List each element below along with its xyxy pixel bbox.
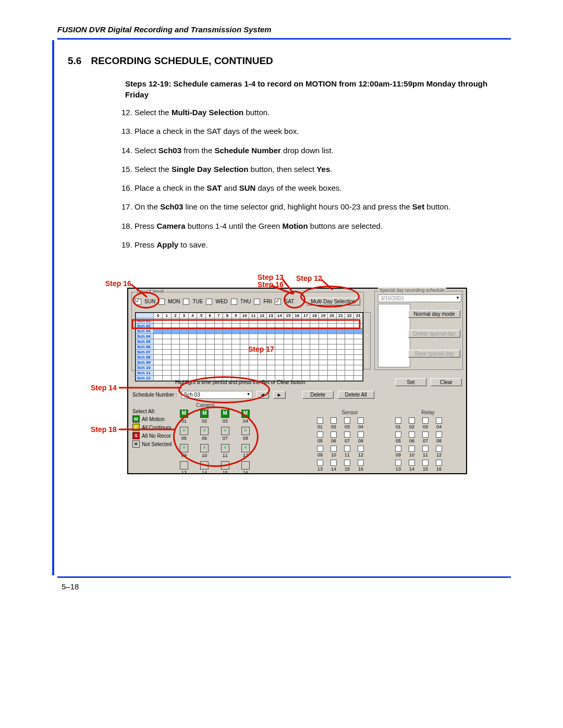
relay-grid: Relay 01020304050607080910111213141516: [394, 410, 462, 474]
sched-prev-button[interactable]: ◄: [256, 391, 269, 399]
day-checkbox-fri[interactable]: [254, 299, 260, 305]
sensor-button[interactable]: [317, 446, 323, 452]
relay-number: 05: [394, 438, 402, 443]
normal-day-mode-button[interactable]: Normal day mode: [408, 310, 460, 318]
relay-button[interactable]: [422, 460, 429, 466]
special-day-title: Special day recording schedule: [378, 288, 446, 293]
camera-button[interactable]: [241, 410, 250, 418]
camera-button[interactable]: [221, 410, 229, 418]
relay-button[interactable]: [409, 417, 415, 424]
relay-number: 11: [421, 452, 430, 458]
all-motion-icon[interactable]: M: [132, 415, 140, 423]
camera-button[interactable]: [221, 461, 229, 470]
relay-button[interactable]: [409, 446, 415, 452]
relay-button[interactable]: [409, 431, 415, 438]
camera-button[interactable]: [200, 461, 209, 470]
camera-button[interactable]: [180, 410, 188, 418]
sensor-number: 13: [316, 466, 324, 472]
relay-button[interactable]: [436, 431, 442, 438]
sensor-number: 12: [357, 452, 365, 458]
camera-number: 14: [199, 470, 210, 475]
step-item: Press Apply to save.: [134, 240, 490, 250]
camera-number: 02: [199, 418, 210, 424]
sensor-button[interactable]: [358, 431, 364, 438]
relay-number: 03: [421, 424, 430, 429]
sensor-button[interactable]: [358, 446, 364, 452]
relay-button[interactable]: [422, 417, 429, 424]
sensor-button[interactable]: [331, 460, 337, 466]
delete-all-button[interactable]: Delete All: [338, 391, 374, 399]
sensor-button[interactable]: [358, 460, 364, 466]
sensor-button[interactable]: [344, 460, 350, 466]
schedule-number-dropdown[interactable]: Sch 03: [181, 391, 252, 399]
camera-button[interactable]: [241, 444, 250, 452]
camera-button[interactable]: [241, 427, 250, 435]
camera-button[interactable]: [180, 461, 188, 470]
sensor-button[interactable]: [317, 460, 323, 466]
day-checkbox-tue[interactable]: [183, 299, 189, 305]
relay-button[interactable]: [436, 460, 442, 466]
relay-button[interactable]: [436, 446, 442, 452]
camera-button[interactable]: [180, 427, 188, 435]
clear-button[interactable]: Clear: [431, 378, 462, 386]
sensor-number: 09: [316, 452, 324, 458]
sensor-number: 15: [343, 466, 351, 472]
section-number: 5.6: [68, 55, 81, 67]
sensor-button[interactable]: [317, 417, 323, 424]
relay-button[interactable]: [395, 446, 401, 452]
step-item: Press Camera buttons 1-4 until the Green…: [134, 221, 490, 231]
camera-button[interactable]: [200, 410, 209, 418]
relay-button[interactable]: [436, 417, 442, 424]
sensor-button[interactable]: [331, 431, 337, 438]
delete-special-day-button[interactable]: Delete special day: [408, 330, 460, 338]
multi-day-selection-button[interactable]: Multi Day Selection: [306, 298, 360, 305]
day-checkbox-sat[interactable]: [275, 299, 281, 305]
sensor-button[interactable]: [344, 446, 350, 452]
sched-next-button[interactable]: ►: [273, 391, 286, 399]
relay-button[interactable]: [409, 460, 415, 466]
sensor-number: 02: [329, 424, 338, 429]
day-label: SUN: [144, 299, 155, 304]
all-continuous-label: All Continuous: [142, 425, 171, 430]
sensor-button[interactable]: [358, 417, 364, 424]
camera-number: 03: [219, 418, 231, 424]
day-checkbox-sun[interactable]: [135, 299, 141, 305]
not-selected-icon[interactable]: ✕: [132, 440, 140, 448]
camera-button[interactable]: [200, 427, 209, 435]
screenshot-wrap: Step 16 Step 13 Step 16 Step 12 Step 14 …: [78, 269, 511, 483]
camera-label: Camera: [196, 402, 215, 408]
day-checkbox-wed[interactable]: [206, 299, 212, 305]
sensor-button[interactable]: [331, 446, 337, 452]
sensor-button[interactable]: [344, 417, 350, 424]
relay-button[interactable]: [395, 431, 401, 438]
camera-button[interactable]: [180, 444, 188, 452]
day-checkbox-thu[interactable]: [231, 299, 237, 305]
save-special-day-button[interactable]: Save special day: [408, 350, 460, 357]
callout-step-14: Step 14: [91, 384, 117, 392]
relay-button[interactable]: [422, 431, 429, 438]
special-day-group: Special day recording schedule 3/16/2003…: [374, 291, 463, 370]
all-continuous-icon[interactable]: C: [132, 424, 140, 431]
sensor-button[interactable]: [317, 431, 323, 438]
day-row: SUNMONTUEWEDTHUFRISATMulti Day Selection: [135, 298, 360, 305]
delete-button[interactable]: Delete: [302, 391, 334, 399]
relay-button[interactable]: [395, 460, 401, 466]
camera-number: 12: [240, 453, 251, 458]
special-day-listbox[interactable]: [378, 304, 410, 367]
sensor-button[interactable]: [331, 417, 337, 424]
day-checkbox-mon[interactable]: [158, 299, 165, 305]
special-date-dropdown[interactable]: 3/16/2003: [378, 294, 461, 302]
relay-button[interactable]: [422, 446, 429, 452]
all-norecord-icon[interactable]: S: [132, 432, 140, 439]
camera-button[interactable]: [221, 427, 229, 435]
day-of-week-title: Day Of Week: [135, 289, 166, 294]
camera-number: 16: [240, 470, 251, 475]
camera-button[interactable]: [200, 444, 209, 452]
camera-button[interactable]: [221, 444, 229, 452]
set-button[interactable]: Set: [395, 378, 426, 386]
relay-button[interactable]: [395, 417, 401, 424]
grid-scrollbar[interactable]: [363, 312, 371, 369]
sensor-button[interactable]: [344, 431, 350, 438]
camera-button[interactable]: [241, 461, 250, 470]
camera-number: 08: [240, 436, 251, 441]
